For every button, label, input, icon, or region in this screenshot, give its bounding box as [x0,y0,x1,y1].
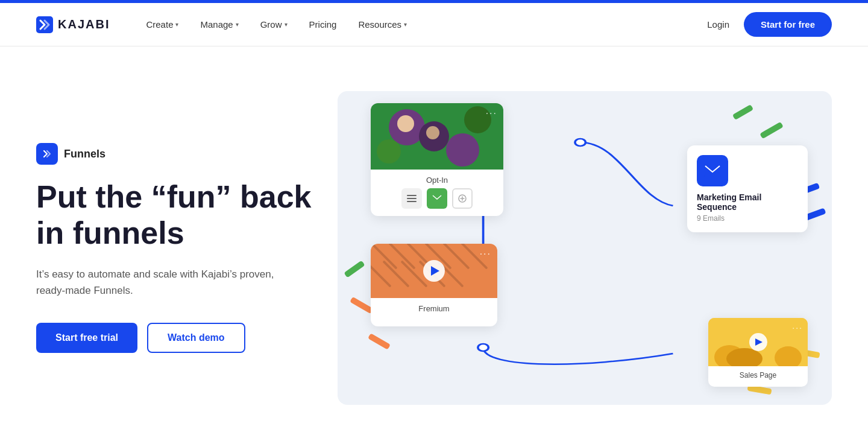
chevron-down-icon: ▾ [236,21,239,28]
dash-orange-1 [350,297,374,314]
opt-in-actions [371,188,503,209]
hero-content: Funnels Put the “fun” back in funnels It… [36,143,338,353]
add-icon [452,188,473,209]
nav-right: Login Start for free [707,12,832,37]
email-sequence-card: Marketing Email Sequence 9 Emails [687,145,808,232]
logo[interactable]: KAJABI [36,16,110,33]
hero-description: It’s easy to automate and scale with Kaj… [36,266,289,299]
nav-create[interactable]: Create ▾ [146,19,178,30]
list-icon [401,188,422,209]
opt-in-thumbnail: ··· [371,103,503,170]
hero-buttons: Start free trial Watch demo [36,323,313,353]
fremium-thumbnail: ··· [371,244,497,298]
options-dots: ··· [486,108,497,119]
chevron-down-icon: ▾ [175,21,178,28]
svg-rect-9 [704,164,721,177]
play-triangle-icon [755,338,763,346]
play-button[interactable] [423,260,445,282]
sales-thumbnail: ··· [708,318,808,366]
sales-page-label: Sales Page [708,366,808,382]
fremium-label: Fremium [371,298,497,319]
fig-inner [426,126,439,139]
navbar: KAJABI Create ▾ Manage ▾ Grow ▾ Pricing … [0,3,868,46]
watch-demo-button[interactable]: Watch demo [147,323,245,353]
hero-title: Put the “fun” back in funnels [36,179,313,252]
dash-green-3 [344,261,365,278]
options-dots: ··· [792,323,803,332]
dash-green-1 [760,122,784,139]
svg-rect-6 [407,201,417,202]
nav-links: Create ▾ Manage ▾ Grow ▾ Pricing Resourc… [146,19,707,30]
play-button-sales[interactable] [749,333,767,351]
logo-text: KAJABI [58,17,110,31]
hero-section: Funnels Put the “fun” back in funnels It… [0,46,868,437]
funnels-icon [36,143,58,165]
svg-rect-5 [407,198,417,199]
hero-diagram: ··· Opt-In [338,91,832,405]
chevron-down-icon: ▾ [404,21,407,28]
email-sequence-title: Marketing Email Sequence [697,192,798,212]
fig-inner [397,115,414,132]
opt-in-card: ··· Opt-In [371,103,503,216]
start-trial-button[interactable]: Start free trial [36,323,137,353]
hero-badge: Funnels [36,143,313,165]
nav-pricing[interactable]: Pricing [309,19,337,30]
funnel-diagram: ··· Opt-In [338,91,832,405]
email-icon [427,188,447,209]
svg-point-3 [478,344,489,351]
login-link[interactable]: Login [707,19,729,30]
nav-resources[interactable]: Resources ▾ [358,19,407,30]
svg-rect-4 [407,195,417,196]
play-triangle-icon [431,266,439,276]
svg-point-1 [575,139,586,146]
fig-decoration [446,133,479,167]
opt-in-label: Opt-In [371,170,503,188]
fig-decoration [377,139,401,163]
hero-badge-label: Funnels [64,148,105,160]
dash-green-2 [732,104,753,120]
email-sequence-subtitle: 9 Emails [697,214,798,223]
dash-orange-2 [368,333,391,350]
start-free-button[interactable]: Start for free [744,12,832,37]
nav-grow[interactable]: Grow ▾ [260,19,288,30]
nav-manage[interactable]: Manage ▾ [200,19,238,30]
options-dots: ··· [480,249,491,259]
sales-page-card: ··· Sales Page [708,318,808,387]
email-icon-large [697,155,728,186]
chevron-down-icon: ▾ [285,21,288,28]
kajabi-logo-icon [36,16,53,33]
fremium-card: ··· Fremium [371,244,497,326]
